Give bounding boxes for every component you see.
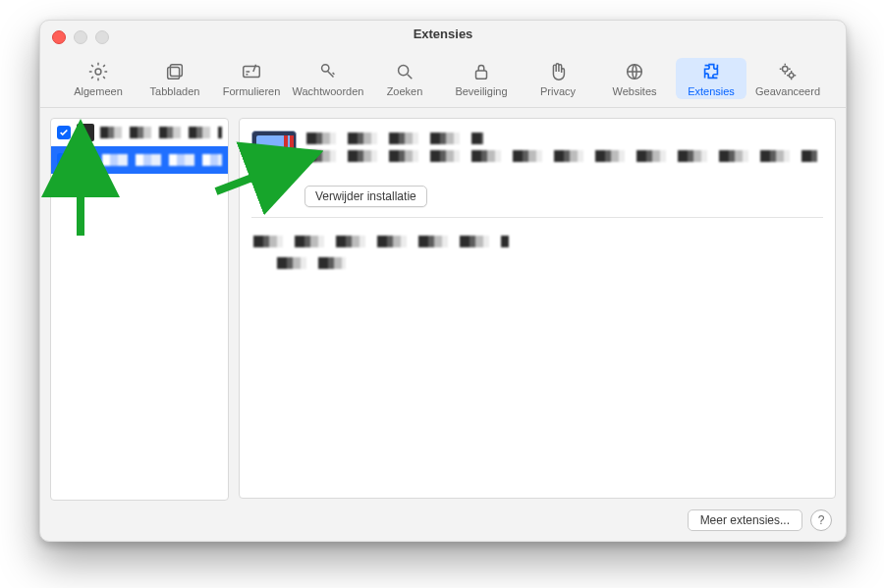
content-area: Verwijder installatie	[40, 108, 846, 510]
more-extensions-button[interactable]: Meer extensies...	[688, 509, 802, 531]
footer: Meer extensies... ?	[688, 509, 832, 531]
extension-row-selected[interactable]	[51, 146, 228, 174]
svg-point-5	[399, 66, 409, 76]
extension-icon	[77, 150, 96, 170]
tab-websites[interactable]: Websites	[599, 58, 670, 99]
tab-zoeken[interactable]: Zoeken	[369, 58, 440, 99]
gear-icon	[86, 60, 110, 83]
tab-geavanceerd[interactable]: Geavanceerd	[752, 58, 823, 99]
extension-row[interactable]	[51, 119, 228, 146]
redacted-text	[253, 236, 509, 247]
tab-extensies[interactable]: Extensies	[676, 58, 746, 99]
tab-label: Extensies	[688, 85, 735, 97]
redacted-text	[306, 150, 817, 162]
extension-enabled-checkbox[interactable]	[57, 153, 71, 167]
hand-icon	[546, 60, 570, 83]
svg-point-9	[789, 73, 794, 78]
svg-point-8	[783, 67, 789, 73]
uninstall-button[interactable]: Verwijder installatie	[304, 186, 427, 207]
extension-name-redacted	[102, 154, 222, 166]
extension-icon	[77, 124, 94, 141]
tab-wachtwoorden[interactable]: Wachtwoorden	[293, 58, 363, 99]
window-title: Extensies	[40, 27, 846, 41]
divider	[251, 217, 823, 218]
tabs-icon	[163, 60, 187, 83]
tab-label: Zoeken	[387, 85, 423, 97]
detail-header	[251, 131, 823, 176]
lock-icon	[470, 60, 493, 83]
tab-label: Privacy	[540, 85, 576, 97]
preferences-window: Extensies Algemeen Tabbladen Formulieren…	[39, 20, 847, 542]
extension-name-redacted	[100, 127, 222, 138]
tab-label: Websites	[612, 85, 656, 97]
key-icon	[316, 60, 340, 83]
tab-tabbladen[interactable]: Tabbladen	[139, 58, 210, 99]
search-icon	[393, 60, 416, 83]
extension-large-icon	[251, 131, 297, 176]
svg-rect-1	[168, 67, 180, 79]
redacted-text	[306, 133, 483, 144]
tab-label: Beveiliging	[455, 85, 507, 97]
extension-detail-pane: Verwijder installatie	[239, 118, 836, 499]
svg-rect-6	[476, 71, 487, 79]
form-icon	[240, 60, 263, 83]
extension-enabled-checkbox[interactable]	[57, 126, 71, 139]
globe-icon	[623, 60, 646, 83]
tab-label: Formulieren	[223, 85, 281, 97]
tab-label: Algemeen	[74, 85, 123, 97]
tab-formulieren[interactable]: Formulieren	[216, 58, 287, 99]
tab-algemeen[interactable]: Algemeen	[63, 58, 134, 99]
preferences-toolbar: Algemeen Tabbladen Formulieren Wachtwoor…	[40, 48, 846, 108]
help-button[interactable]: ?	[810, 509, 832, 531]
tab-label: Tabbladen	[150, 85, 200, 97]
tab-label: Wachtwoorden	[293, 85, 364, 97]
puzzle-icon	[699, 60, 723, 83]
extensions-list	[50, 118, 229, 501]
tab-privacy[interactable]: Privacy	[523, 58, 593, 99]
svg-rect-2	[170, 65, 182, 77]
detail-heading-redacted	[306, 131, 823, 176]
svg-rect-3	[244, 67, 260, 78]
svg-point-0	[95, 69, 101, 75]
tab-beveiliging[interactable]: Beveiliging	[446, 58, 517, 99]
redacted-text	[277, 257, 346, 269]
gears-icon	[776, 60, 800, 83]
tab-label: Geavanceerd	[755, 85, 820, 97]
